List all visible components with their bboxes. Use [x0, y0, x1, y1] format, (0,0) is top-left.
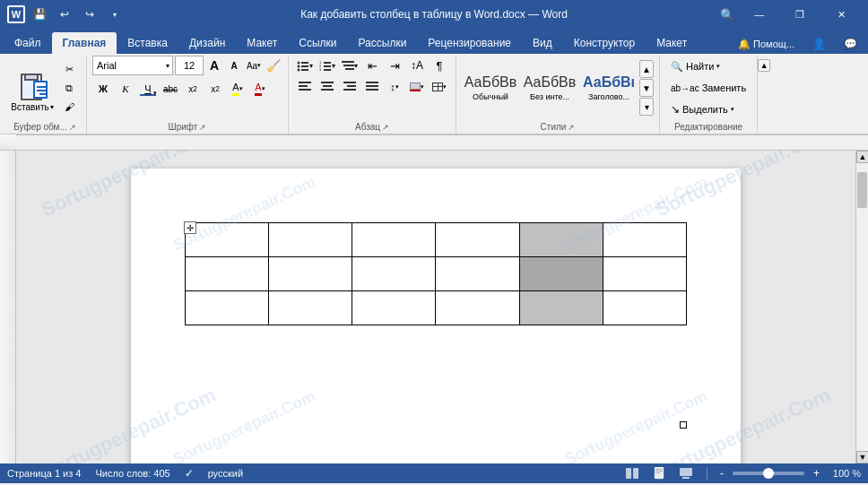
zoom-in-button[interactable]: +	[812, 467, 821, 480]
comments-button[interactable]: 💬	[837, 36, 864, 52]
tab-references[interactable]: Ссылки	[288, 32, 347, 54]
copy-button[interactable]: ⧉	[57, 79, 81, 97]
tab-home[interactable]: Главная	[52, 32, 117, 54]
qat-redo[interactable]: ↪	[79, 4, 100, 25]
qat-save[interactable]: 💾	[29, 4, 50, 25]
replace-button[interactable]: ab→ac Заменить	[665, 78, 751, 98]
table-move-handle[interactable]: ✛	[184, 221, 196, 234]
superscript-button[interactable]: x2	[204, 79, 226, 99]
multilevel-button[interactable]: ▾	[339, 56, 360, 75]
view-print-button[interactable]	[649, 466, 669, 481]
italic-button[interactable]: К	[115, 79, 136, 99]
table-cell-2-1[interactable]	[269, 291, 352, 325]
ribbon-collapse-button[interactable]: ▲	[758, 56, 770, 134]
table-cell-0-1[interactable]	[269, 223, 352, 257]
tab-layout[interactable]: Макет	[236, 32, 288, 54]
clipboard-expander[interactable]: ↗	[69, 123, 76, 132]
table-cell-0-3[interactable]	[436, 223, 519, 257]
table-cell-1-4[interactable]	[519, 257, 603, 291]
format-painter-button[interactable]: 🖌	[57, 98, 81, 116]
justify-button[interactable]	[361, 77, 383, 97]
view-read-button[interactable]	[622, 466, 642, 481]
align-center-button[interactable]	[317, 77, 338, 97]
tab-design[interactable]: Дизайн	[178, 32, 236, 54]
table-resize-handle[interactable]	[680, 421, 687, 429]
word-table[interactable]	[185, 222, 687, 325]
view-web-button[interactable]	[676, 466, 696, 481]
table-cell-1-1[interactable]	[269, 257, 352, 291]
tab-review[interactable]: Рецензирование	[417, 32, 522, 54]
table-cell-1-3[interactable]	[436, 257, 519, 291]
close-button[interactable]: ✕	[821, 0, 861, 29]
bold-button[interactable]: Ж	[92, 79, 114, 99]
decrease-indent-button[interactable]: ⇤	[361, 56, 383, 75]
strikethrough-button[interactable]: abc	[160, 79, 181, 99]
select-button[interactable]: ↘ Выделить ▾	[665, 100, 740, 119]
sort-button[interactable]: ↕A	[406, 56, 428, 75]
table-cell-0-0[interactable]	[186, 223, 269, 257]
numbering-button[interactable]: 1.2.3. ▾	[317, 56, 338, 75]
style-no-spacing[interactable]: АаБбВв Без инте...	[521, 60, 578, 116]
zoom-level-display[interactable]: 100 %	[829, 468, 861, 479]
cut-button[interactable]: ✂	[57, 60, 81, 78]
zoom-thumb[interactable]	[763, 468, 774, 479]
styles-expander[interactable]: ↗	[568, 123, 575, 132]
scrollbar-track[interactable]	[856, 163, 868, 451]
table-cell-0-2[interactable]	[352, 223, 436, 257]
proofing-icon[interactable]: ✓	[185, 467, 194, 480]
qat-undo[interactable]: ↩	[54, 4, 75, 25]
table-cell-2-5[interactable]	[603, 291, 686, 325]
font-color-button[interactable]: A ▾	[249, 79, 271, 99]
table-cell-0-5[interactable]	[603, 223, 686, 257]
font-expander[interactable]: ↗	[199, 123, 206, 132]
collapse-icon[interactable]: ▲	[758, 59, 770, 72]
styles-expand[interactable]: ▾	[639, 98, 654, 116]
align-left-button[interactable]	[294, 77, 316, 97]
tab-file[interactable]: Файл	[4, 32, 52, 54]
increase-indent-button[interactable]: ⇥	[384, 56, 405, 75]
search-title-btn[interactable]: 🔍	[717, 4, 738, 25]
line-spacing-button[interactable]: ↕ ▾	[384, 77, 405, 97]
scrollbar-thumb[interactable]	[857, 172, 867, 208]
paste-button[interactable]: Вставить ▾	[9, 60, 56, 116]
vertical-scrollbar[interactable]: ▲ ▼	[855, 151, 868, 463]
restore-button[interactable]: ❐	[781, 0, 820, 29]
underline-button[interactable]: Ч ▾	[137, 79, 159, 99]
minimize-button[interactable]: —	[740, 0, 779, 29]
page-area[interactable]: Sortugperepair.Com Sortugperepair.Com So…	[16, 151, 855, 463]
tab-insert[interactable]: Вставка	[117, 32, 178, 54]
grow-font-button[interactable]: A	[205, 56, 223, 75]
shading-button[interactable]: ▾	[406, 77, 428, 97]
table-cell-1-0[interactable]	[186, 257, 269, 291]
font-size-selector[interactable]: 12	[175, 56, 204, 75]
table-cell-2-0[interactable]	[186, 291, 269, 325]
subscript-button[interactable]: x2	[182, 79, 204, 99]
table-cell-2-2[interactable]	[352, 291, 436, 325]
font-name-selector[interactable]: Arial ▾	[92, 56, 173, 75]
table-cell-0-4[interactable]	[519, 223, 603, 257]
bullets-button[interactable]: ▾	[294, 56, 316, 75]
scroll-down-button[interactable]: ▼	[856, 451, 868, 463]
table-cell-2-3[interactable]	[436, 291, 519, 325]
paragraph-expander[interactable]: ↗	[382, 123, 389, 132]
change-case-button[interactable]: Aa▾	[245, 56, 263, 75]
styles-scroll-down[interactable]: ▼	[639, 79, 654, 97]
table-cell-1-5[interactable]	[603, 257, 686, 291]
align-right-button[interactable]	[339, 77, 360, 97]
help-button[interactable]: 🔔 Помощ...	[731, 37, 802, 52]
style-heading1[interactable]: АаБбВı Заголово...	[580, 60, 638, 116]
table-cell-2-4[interactable]	[519, 291, 603, 325]
qat-dropdown[interactable]: ▾	[104, 4, 126, 25]
find-button[interactable]: 🔍 Найти ▾	[665, 56, 725, 76]
tab-layout2[interactable]: Макет	[646, 32, 698, 54]
zoom-slider-control[interactable]	[733, 472, 804, 475]
show-hide-button[interactable]: ¶	[429, 56, 450, 75]
styles-scroll-up[interactable]: ▲	[639, 60, 654, 78]
text-highlight-button[interactable]: A ▾	[227, 79, 248, 99]
clear-formatting-button[interactable]: 🧹	[265, 56, 282, 75]
table-cell-1-2[interactable]	[352, 257, 436, 291]
account-button[interactable]: 👤	[805, 36, 833, 52]
shrink-font-button[interactable]: A	[225, 56, 243, 75]
language-indicator[interactable]: русский	[208, 468, 243, 479]
zoom-out-button[interactable]: -	[718, 467, 725, 480]
